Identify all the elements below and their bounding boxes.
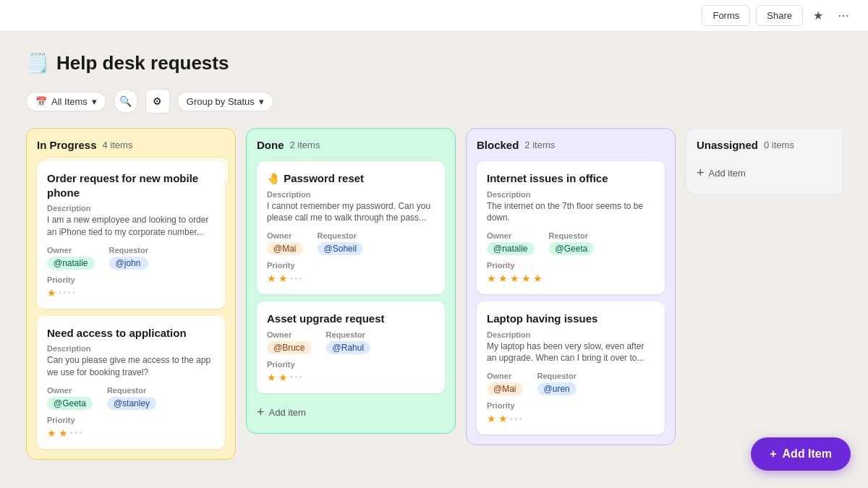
card[interactable]: Internet issues in office Description Th… [477,161,665,294]
requestor-tag[interactable]: @Geeta [549,242,595,255]
requestor-label: Requestor [549,231,595,240]
group-by-pill[interactable]: Group by Status ▾ [177,92,273,111]
priority-stars: ★★••• [267,372,435,383]
owner-label: Owner [487,231,535,240]
page-title: Help desk requests [56,52,229,74]
owner-tag[interactable]: @natalie [487,242,535,255]
priority-stars: ★★••• [47,427,215,439]
requestor-label: Requestor [109,246,148,254]
top-bar: Forms Share ★ ⋯ [0,0,868,32]
priority-label: Priority [267,261,435,270]
owner-tag[interactable]: @Mai [267,242,303,255]
card-title: Laptop having issues [487,312,655,326]
calendar-icon: 📅 [35,96,47,107]
card-meta: Owner @natalie Requestor @Geeta [487,231,655,255]
priority-label: Priority [47,275,215,284]
card[interactable]: 🤚 Password reset Description I cannot re… [257,161,445,294]
priority-stars: ★•••• [47,287,215,299]
add-item-button[interactable]: +Add item [257,402,445,423]
star-filled: ★ [487,273,496,284]
priority-label: Priority [487,261,655,270]
star-empty: • [73,288,76,296]
requestor-tag[interactable]: @Soheil [318,242,364,255]
desc-label: Description [487,190,655,199]
column-unassigned: Unassigned 0 items +Add item [686,128,842,194]
card-title: Internet issues in office [487,171,655,186]
requestor-group: Requestor @stanley [107,386,156,410]
add-item-fab[interactable]: + Add Item [751,437,851,471]
star-filled: ★ [278,273,288,284]
card[interactable]: Need access to application Description C… [37,316,225,449]
star-empty: • [68,288,71,296]
owner-tag[interactable]: @Geeta [47,397,93,410]
star-filled: ★ [278,372,288,383]
desc-label: Description [47,344,215,353]
star-empty: • [290,373,293,381]
owner-label: Owner [487,372,523,380]
filter-icon: ⚙ [153,95,162,107]
card-desc: Can you please give me access to the app… [47,354,215,379]
requestor-tag[interactable]: @john [109,257,148,270]
requestor-tag[interactable]: @uren [537,382,576,395]
search-button[interactable]: 🔍 [114,89,138,114]
card-meta: Owner @Geeta Requestor @stanley [47,386,215,410]
star-empty: • [75,429,78,437]
card-meta: Owner @Mai Requestor @Soheil [267,231,435,255]
priority-stars: ★★••• [267,273,435,284]
card[interactable]: Order request for new mobile phone Descr… [37,161,225,309]
card-desc: I cannot remember my password. Can you p… [267,200,435,225]
group-by-label: Group by Status [187,96,255,107]
card-desc: My laptop has been very slow, even after… [487,341,655,365]
requestor-label: Requestor [537,372,576,380]
column-count: 0 items [764,140,794,150]
requestor-label: Requestor [318,231,364,240]
star-button[interactable]: ★ [809,6,827,25]
card[interactable]: Laptop having issues Description My lapt… [477,301,665,435]
owner-group: Owner @Mai [267,231,303,255]
group-chevron-icon: ▾ [259,96,264,107]
column-header-in-progress: In Progress 4 items [37,139,225,151]
forms-button[interactable]: Forms [702,5,750,26]
owner-group: Owner @Mai [487,372,523,395]
column-in-progress: In Progress 4 items Order request for ne… [26,128,236,460]
star-empty: • [299,373,302,381]
owner-tag[interactable]: @natalie [47,257,95,270]
owner-tag[interactable]: @Mai [487,382,523,395]
star-empty: • [59,288,61,296]
priority-label: Priority [267,360,435,369]
share-button[interactable]: Share [756,5,803,26]
star-filled: ★ [510,273,519,284]
requestor-group: Requestor @Rahul [326,330,371,354]
card-desc: I am a new employee and looking to order… [47,214,215,239]
requestor-label: Requestor [326,330,371,339]
filter-button[interactable]: ⚙ [145,89,170,114]
column-count: 2 items [290,140,320,150]
star-filled: ★ [47,287,56,299]
priority-label: Priority [47,416,215,424]
star-empty: • [290,275,293,283]
owner-label: Owner [267,330,312,339]
star-empty: • [80,429,82,437]
card-title: 🤚 Password reset [267,171,435,186]
column-header-unassigned: Unassigned 0 items [697,139,842,151]
owner-label: Owner [47,246,95,254]
star-empty: • [70,429,73,437]
all-items-pill[interactable]: 📅 All Items ▾ [26,92,106,111]
add-item-button-top[interactable]: +Add item [697,163,842,184]
priority-stars: ★★••• [487,413,655,424]
requestor-group: Requestor @Geeta [549,231,595,255]
star-empty: • [299,275,302,283]
requestor-group: Requestor @Soheil [318,231,364,255]
requestor-tag[interactable]: @Rahul [326,341,371,354]
star-empty: • [295,373,298,381]
page-header: 🗒️ Help desk requests [26,52,842,74]
fab-plus-icon: + [770,448,776,461]
more-button[interactable]: ⋯ [833,6,854,25]
card[interactable]: Asset upgrade request Owner @Bruce Reque… [257,301,445,393]
plus-icon: + [697,166,705,181]
card-meta: Owner @Mai Requestor @uren [487,372,655,395]
star-filled: ★ [267,273,276,284]
requestor-tag[interactable]: @stanley [107,397,156,410]
owner-tag[interactable]: @Bruce [267,341,312,354]
star-filled: ★ [267,372,276,383]
